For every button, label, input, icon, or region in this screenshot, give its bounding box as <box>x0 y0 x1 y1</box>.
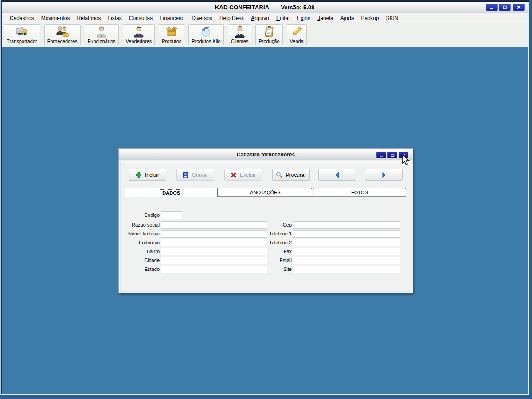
endereco-input[interactable] <box>161 239 267 246</box>
codigo-input[interactable] <box>161 211 182 219</box>
toolbar-label: Fornecedores <box>47 39 78 44</box>
cidade-input[interactable] <box>161 257 267 264</box>
razao-social-input[interactable] <box>161 221 267 229</box>
minimize-icon <box>489 5 494 10</box>
toolbar-button-venda[interactable]: Venda <box>287 24 307 45</box>
field-label-email: Email <box>260 257 292 264</box>
toolbar-button-transportador[interactable]: Transportador <box>4 24 40 45</box>
fax-input[interactable] <box>293 248 400 255</box>
close-icon <box>516 5 521 10</box>
mouse-cursor <box>401 154 410 168</box>
field-label-fax: Fax <box>260 248 292 255</box>
gravar-button[interactable]: Gravar <box>176 169 214 181</box>
salesperson-icon <box>132 25 145 39</box>
application-window: KAD CONFEITARIA Versão: 5.08 Cadastros M… <box>0 0 532 399</box>
tab-anotacoes[interactable]: ANOTAÇÕES <box>219 188 312 196</box>
plus-icon <box>136 172 142 178</box>
dialog-maximize-button[interactable] <box>387 152 397 158</box>
arrow-right-icon <box>380 172 387 179</box>
menu-item-movimentos[interactable]: Movimentos <box>38 14 74 22</box>
menu-item-cadastros[interactable]: Cadastros <box>6 14 38 22</box>
dialog-minimize-button[interactable] <box>376 152 386 158</box>
maximize-icon <box>502 5 507 10</box>
menu-item-exibir[interactable]: Exibir <box>293 14 314 22</box>
menu-item-relatorios[interactable]: Relatórios <box>73 14 104 22</box>
toolbar-button-clientes[interactable]: Clientes <box>228 24 252 45</box>
menu-item-financeiro[interactable]: Financeiro <box>156 14 188 22</box>
cep-input[interactable] <box>293 221 400 229</box>
toolbar-separator <box>313 25 313 45</box>
estado-input[interactable] <box>161 266 267 273</box>
menu-item-janela[interactable]: Janela <box>314 14 336 22</box>
field-label-cep: Cep <box>260 221 292 229</box>
procurar-button[interactable]: Procurar <box>272 169 310 181</box>
incluir-button[interactable]: Incluir <box>129 169 166 181</box>
field-label-telefone2: Telefone 2 <box>260 239 292 246</box>
field-label-site: Site <box>260 266 292 273</box>
field-label-razao-social: Razão social <box>121 221 160 229</box>
menu-item-ajuda[interactable]: Ajuda <box>337 14 358 22</box>
menu-item-consultas[interactable]: Consultas <box>125 14 156 22</box>
client-icon <box>233 25 246 39</box>
save-icon <box>183 172 189 178</box>
button-label: Gravar <box>192 172 208 178</box>
toolbar-label: Vendedores <box>126 39 152 44</box>
tab-label: FOTOS <box>351 190 368 195</box>
excluir-button[interactable]: Excluir <box>224 169 262 181</box>
toolbar-button-producao[interactable]: Produção <box>255 24 282 45</box>
menu-item-listas[interactable]: Listas <box>104 14 125 22</box>
employee-icon <box>95 25 108 39</box>
toolbar-button-produtos-kilo[interactable]: Produtos Kilo <box>188 24 223 45</box>
search-icon <box>276 172 282 178</box>
menu-item-editar[interactable]: Editar <box>273 14 293 22</box>
pencil-icon <box>290 25 303 39</box>
bairro-input[interactable] <box>161 248 267 255</box>
maximize-button[interactable] <box>499 4 511 11</box>
arrow-left-icon <box>334 172 341 179</box>
menu-item-backup[interactable]: Backup <box>357 14 382 22</box>
menu-item-diversos[interactable]: Diversos <box>188 14 216 22</box>
telefone1-input[interactable] <box>293 230 400 238</box>
nome-fantasia-input[interactable] <box>161 230 267 238</box>
window-frame-left-inner <box>1 0 2 399</box>
toolbar-label: Produção <box>258 39 279 44</box>
toolbar-button-produtos[interactable]: Produtos <box>159 24 184 45</box>
field-label-telefone1: Telefone 1 <box>260 230 292 238</box>
window-controls <box>486 4 525 11</box>
window-frame-top <box>0 0 532 2</box>
previous-record-button[interactable] <box>318 169 356 181</box>
minimize-button[interactable] <box>486 4 498 11</box>
toolbar-button-fornecedores[interactable]: Fornecedores <box>44 24 81 45</box>
field-label-endereco: Endereço <box>121 239 160 246</box>
menu-item-helpdesk[interactable]: Help Desk <box>216 14 247 22</box>
site-input[interactable] <box>293 266 400 273</box>
button-label: Excluir <box>240 172 256 178</box>
tab-dados[interactable]: DADOS <box>125 188 218 197</box>
clipboard-icon <box>263 25 275 39</box>
delete-x-icon <box>231 172 237 178</box>
app-version: Versão: 5.08 <box>281 4 314 11</box>
main-toolbar: Transportador Fornecedores <box>2 23 528 47</box>
dialog-title: Cadastro fornecedores <box>237 152 295 158</box>
menu-item-arquivo[interactable]: Arquivo <box>247 14 273 22</box>
toolbar-label: Clientes <box>231 39 249 44</box>
toolbar-label: Funcionários <box>88 39 116 44</box>
email-input[interactable] <box>293 257 400 264</box>
dialog-titlebar[interactable]: Cadastro fornecedores <box>119 149 413 160</box>
menu-item-skin[interactable]: SKIN <box>382 14 402 22</box>
tab-label: DADOS <box>160 190 182 196</box>
toolbar-button-funcionarios[interactable]: Funcionários <box>85 24 119 45</box>
tab-fotos[interactable]: FOTOS <box>313 188 406 196</box>
telefone2-input[interactable] <box>293 239 400 246</box>
toolbar-label: Venda <box>290 39 304 44</box>
toolbar-label: Produtos <box>162 39 181 44</box>
truck-icon <box>15 25 29 39</box>
field-label-bairro: Bairro <box>121 248 160 255</box>
toolbar-button-vendedores[interactable]: Vendedores <box>123 24 155 45</box>
window-frame-right <box>529 0 532 399</box>
close-button[interactable] <box>513 4 525 11</box>
next-record-button[interactable] <box>365 169 403 181</box>
window-frame-bottom <box>0 395 532 399</box>
main-titlebar: KAD CONFEITARIA Versão: 5.08 <box>2 2 528 13</box>
field-label-codigo: Codigo <box>121 211 160 219</box>
